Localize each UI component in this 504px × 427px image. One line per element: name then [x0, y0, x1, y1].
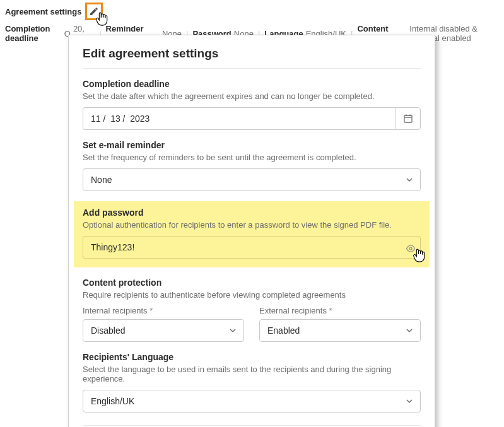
protection-desc: Require recipients to authenticate befor…: [83, 290, 421, 300]
svg-rect-0: [404, 115, 412, 122]
calendar-button[interactable]: [396, 107, 421, 130]
password-label: Add password: [83, 208, 421, 218]
edit-settings-dialog: Edit agreement settings Completion deadl…: [68, 35, 435, 427]
deadline-desc: Set the date after which the agreement e…: [83, 91, 421, 101]
password-input[interactable]: [83, 236, 421, 259]
internal-recipients-label: Internal recipients *: [83, 306, 244, 315]
reminder-label: Set e-mail reminder: [83, 140, 421, 150]
pencil-icon: [89, 6, 99, 16]
calendar-icon: [403, 114, 413, 124]
external-recipients-label: External recipients *: [259, 306, 421, 315]
protection-label: Content protection: [83, 278, 421, 288]
external-recipients-select[interactable]: Enabled: [259, 319, 421, 342]
dialog-title: Edit agreement settings: [83, 47, 421, 69]
internal-recipients-select[interactable]: Disabled: [83, 319, 244, 342]
summary-deadline-label: Completion deadline: [5, 24, 60, 43]
language-label: Recipients' Language: [83, 352, 421, 362]
deadline-input[interactable]: [83, 107, 396, 130]
edit-settings-button[interactable]: [85, 3, 103, 20]
language-select[interactable]: English/UK: [83, 390, 421, 412]
reminder-desc: Set the frequency of reminders to be sen…: [83, 153, 421, 162]
reminder-select[interactable]: None: [83, 168, 421, 191]
password-desc: Optional authentication for recipients t…: [83, 220, 421, 230]
deadline-label: Completion deadline: [83, 79, 421, 89]
language-desc: Select the language to be used in emails…: [83, 365, 421, 383]
page-title: Agreement settings: [5, 7, 81, 16]
